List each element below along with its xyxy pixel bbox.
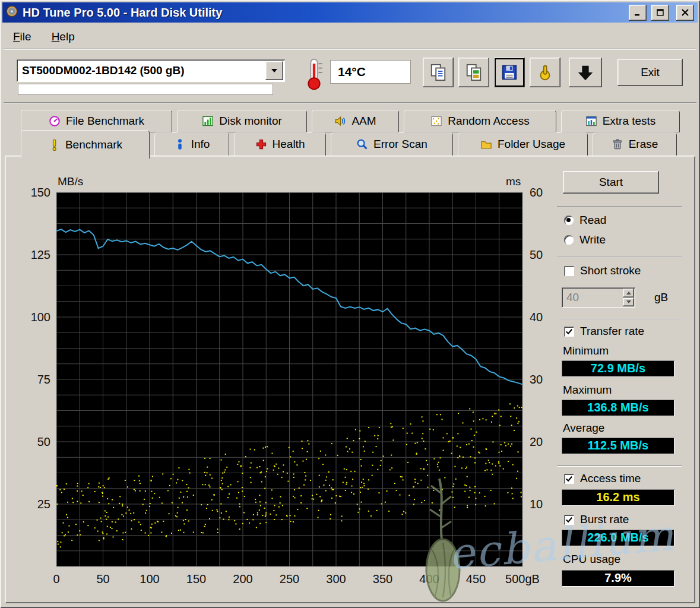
average-label: Average [563, 422, 604, 435]
tab-aam[interactable]: AAM [312, 110, 399, 132]
svg-text:10: 10 [530, 498, 543, 511]
group-separator [557, 256, 682, 257]
svg-text:400: 400 [419, 572, 439, 585]
cpu-usage-label: CPU usage [563, 553, 620, 566]
menu-divider [4, 49, 696, 50]
tab-label: File Benchmark [66, 115, 144, 128]
close-icon [680, 8, 690, 17]
svg-text:25: 25 [37, 498, 50, 511]
close-button[interactable] [676, 5, 694, 21]
file-benchmark-icon [49, 115, 61, 127]
write-radio[interactable] [564, 235, 574, 245]
chevron-down-icon [271, 68, 278, 73]
info-icon [174, 138, 186, 150]
burst-rate-value: 226.0 MB/s [562, 530, 674, 546]
tab-folder-usage[interactable]: Folder Usage [458, 132, 588, 156]
average-value: 112.5 MB/s [562, 438, 674, 454]
maximize-button[interactable] [651, 5, 669, 21]
svg-text:500gB: 500gB [505, 572, 540, 585]
transfer-rate-label: Transfer rate [580, 325, 644, 338]
tab-extra-tests[interactable]: Extra tests [561, 110, 680, 132]
short-stroke-label: Short stroke [580, 264, 641, 277]
menu-help[interactable]: Help [43, 27, 83, 46]
menubar: File Help [5, 26, 83, 48]
burst-rate-label: Burst rate [580, 513, 629, 526]
tab-label: Random Access [448, 115, 529, 128]
short-stroke-unit-label: gB [654, 291, 668, 304]
drive-select[interactable]: ST500DM002-1BD142 (500 gB) [17, 59, 285, 82]
menu-file[interactable]: File [5, 27, 40, 46]
check-icon [565, 516, 573, 524]
check-icon [565, 475, 573, 483]
hand-icon [536, 64, 554, 81]
benchmark-panel: 1501251007550256050403020100501001502002… [5, 156, 695, 603]
maximum-label: Maximum [563, 384, 612, 397]
speaker-icon [334, 115, 346, 127]
spin-up-button [623, 289, 634, 297]
read-radio-row: Read [564, 214, 606, 227]
short-stroke-row: Short stroke [564, 264, 641, 277]
tab-info[interactable]: Info [154, 132, 229, 156]
short-stroke-spinner: 40 [562, 287, 635, 308]
down-arrow-icon [577, 64, 594, 81]
svg-text:50: 50 [96, 572, 109, 585]
group-separator [557, 206, 682, 207]
group-separator [557, 319, 682, 320]
svg-text:450: 450 [466, 572, 486, 585]
trash-icon [612, 138, 623, 150]
copy-icon [429, 64, 447, 81]
tab-health[interactable]: Health [234, 132, 326, 156]
short-stroke-checkbox[interactable] [564, 266, 574, 276]
extra-tests-icon [585, 115, 597, 127]
svg-text:75: 75 [37, 373, 50, 386]
scroll-down-button[interactable] [569, 58, 602, 87]
minimize-icon [633, 8, 642, 17]
minimum-value: 72.9 MB/s [562, 360, 674, 377]
svg-text:20: 20 [530, 435, 543, 448]
drive-select-value: ST500DM002-1BD142 (500 gB) [17, 64, 265, 77]
transfer-rate-checkbox[interactable] [564, 327, 574, 337]
access-time-checkbox[interactable] [564, 474, 574, 484]
burst-rate-checkbox[interactable] [564, 515, 574, 525]
write-label: Write [579, 233, 606, 246]
tab-error-scan[interactable]: Error Scan [331, 132, 453, 156]
svg-text:350: 350 [373, 572, 392, 585]
svg-text:ms: ms [506, 175, 521, 188]
save-screenshot-button[interactable] [494, 58, 525, 87]
svg-text:MB/s: MB/s [58, 175, 83, 188]
svg-text:100: 100 [31, 311, 50, 324]
app-icon [6, 5, 18, 20]
exit-button[interactable]: Exit [617, 59, 683, 86]
temperature-display: 14°C [330, 60, 411, 84]
copy-image-button[interactable] [458, 58, 489, 87]
write-radio-row: Write [564, 233, 606, 246]
transfer-rate-row: Transfer rate [564, 325, 644, 338]
svg-text:100: 100 [140, 572, 159, 585]
minimize-button[interactable] [629, 5, 647, 21]
tab-label: Info [191, 138, 210, 151]
tab-erase[interactable]: Erase [593, 132, 677, 156]
health-cross-icon [255, 138, 267, 150]
start-button[interactable]: Start [563, 171, 659, 194]
tab-disk-monitor[interactable]: Disk monitor [177, 110, 307, 132]
drive-select-dropdown-button[interactable] [265, 61, 283, 80]
tab-random-access[interactable]: Random Access [404, 110, 556, 132]
svg-text:30: 30 [530, 373, 543, 386]
tab-label: Health [273, 138, 305, 151]
cpu-usage-value: 7.9% [562, 570, 674, 587]
tab-file-benchmark[interactable]: File Benchmark [21, 110, 172, 132]
spin-up-icon [626, 292, 631, 294]
tab-label: Folder Usage [498, 138, 565, 151]
maximize-icon [655, 8, 665, 17]
quick-settings-button[interactable] [530, 58, 560, 87]
svg-text:50: 50 [37, 435, 50, 448]
spin-down-button [623, 298, 634, 307]
copy-text-button[interactable] [423, 58, 454, 87]
tab-benchmark[interactable]: Benchmark [21, 130, 150, 159]
copy-image-icon [465, 64, 483, 81]
short-stroke-value: 40 [562, 287, 623, 308]
svg-text:250: 250 [280, 572, 299, 585]
folder-icon [480, 138, 492, 150]
read-radio[interactable] [564, 216, 574, 225]
svg-text:125: 125 [31, 248, 50, 261]
